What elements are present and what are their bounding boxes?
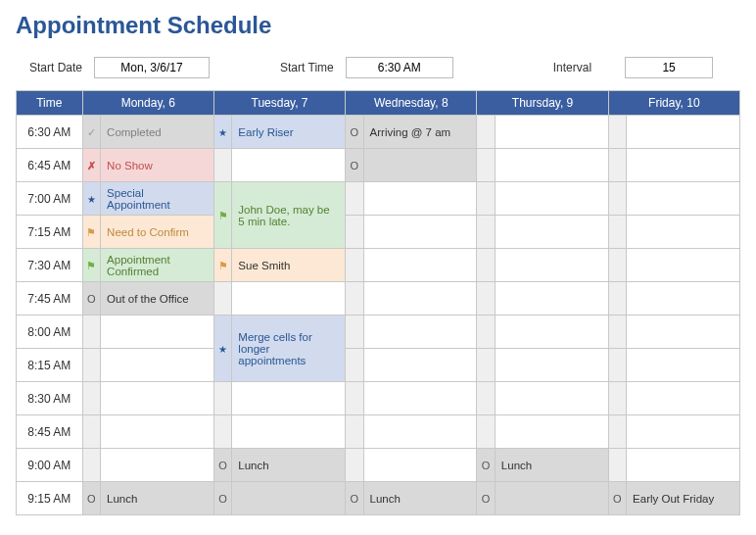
appt-cell[interactable] (495, 382, 608, 415)
appt-icon-cell (346, 349, 363, 382)
appt-cell[interactable] (627, 282, 740, 316)
appt-icon-cell (477, 349, 495, 382)
appt-cell[interactable] (495, 116, 608, 149)
start-date-input[interactable] (94, 57, 210, 78)
col-wed: Wednesday, 8 (346, 91, 477, 116)
table-row: 6:45 AMNo Show (17, 149, 740, 182)
appt-cell[interactable] (627, 116, 740, 149)
appt-cell[interactable]: Lunch (495, 449, 608, 482)
appt-cell[interactable] (101, 449, 214, 482)
appt-icon-cell (213, 182, 231, 249)
appt-cell[interactable] (627, 182, 740, 216)
interval-input[interactable] (625, 57, 713, 78)
appt-icon-cell (213, 382, 231, 415)
appt-icon-cell (608, 282, 626, 316)
start-date-label: Start Date (29, 61, 82, 74)
appt-cell[interactable]: Early Riser (232, 116, 346, 149)
appt-cell[interactable] (363, 182, 477, 216)
appt-cell[interactable] (363, 316, 477, 349)
appt-cell[interactable]: Need to Confirm (101, 216, 214, 249)
appt-cell[interactable] (627, 216, 740, 249)
appt-cell[interactable] (495, 415, 608, 449)
appt-icon-cell (477, 116, 495, 149)
appt-cell[interactable] (101, 382, 214, 415)
appt-cell[interactable] (232, 382, 346, 415)
appt-cell[interactable] (627, 349, 740, 382)
appt-cell[interactable] (363, 249, 477, 282)
appt-cell[interactable] (232, 282, 346, 316)
appt-cell[interactable] (363, 382, 477, 415)
appt-cell[interactable]: Merge cells for longer appointments (232, 316, 346, 382)
appt-icon-cell (608, 482, 626, 515)
appt-cell[interactable] (363, 415, 477, 449)
appt-icon-cell (608, 182, 626, 216)
appt-cell[interactable]: Completed (101, 116, 214, 149)
appt-cell[interactable] (627, 249, 740, 282)
appt-cell[interactable] (363, 349, 477, 382)
appt-cell[interactable]: Out of the Office (101, 282, 214, 316)
appt-icon-cell (477, 249, 495, 282)
appt-icon-cell (608, 382, 626, 415)
table-row: 6:30 AMCompletedEarly RiserArriving @ 7 … (17, 116, 740, 149)
appt-cell[interactable]: Arriving @ 7 am (363, 116, 477, 149)
appt-cell[interactable]: John Doe, may be 5 min late. (232, 182, 346, 249)
appt-cell[interactable] (232, 149, 346, 182)
start-time-input[interactable] (346, 57, 453, 78)
appt-cell[interactable] (101, 316, 214, 349)
table-row: 8:30 AM (17, 382, 740, 415)
appt-cell[interactable] (363, 282, 477, 316)
appt-icon-cell (477, 216, 495, 249)
appt-cell[interactable]: No Show (101, 149, 214, 182)
appt-icon-cell (346, 216, 363, 249)
appt-cell[interactable]: Lunch (363, 482, 477, 515)
appt-cell[interactable] (363, 149, 477, 182)
appt-icon-cell (608, 149, 626, 182)
appt-cell[interactable] (363, 449, 477, 482)
controls-row: Start Date Start Time Interval (16, 57, 740, 78)
appt-cell[interactable]: Lunch (232, 449, 346, 482)
appt-cell[interactable] (495, 349, 608, 382)
appt-cell[interactable]: Lunch (101, 482, 214, 515)
appt-icon-cell (346, 149, 363, 182)
star-icon (217, 343, 229, 355)
appt-cell[interactable]: Appointment Confirmed (101, 249, 214, 282)
appt-icon-cell (82, 449, 100, 482)
appt-cell[interactable] (495, 249, 608, 282)
appt-cell[interactable] (232, 482, 346, 515)
appt-icon-cell (213, 282, 231, 316)
table-row: 7:30 AMAppointment ConfirmedSue Smith (17, 249, 740, 282)
appt-cell[interactable] (495, 482, 608, 515)
appt-icon-cell (82, 216, 100, 249)
appt-icon-cell (608, 216, 626, 249)
appt-cell[interactable] (627, 382, 740, 415)
circle-icon (349, 493, 360, 505)
appt-cell[interactable] (495, 282, 608, 316)
appt-icon-cell (346, 316, 363, 349)
circle-icon (85, 293, 97, 305)
flag-orange-icon (85, 226, 97, 239)
appt-cell[interactable] (101, 415, 214, 449)
appt-icon-cell (477, 415, 495, 449)
appt-icon-cell (346, 482, 363, 515)
appt-cell[interactable] (495, 216, 608, 249)
appt-icon-cell (82, 182, 100, 216)
appt-cell[interactable] (101, 349, 214, 382)
appt-cell[interactable]: Special Appointment (101, 182, 214, 216)
page-title: Appointment Schedule (16, 12, 740, 39)
appt-cell[interactable] (495, 149, 608, 182)
appt-cell[interactable] (627, 149, 740, 182)
appt-cell[interactable] (495, 182, 608, 216)
appt-cell[interactable] (627, 415, 740, 449)
appt-cell[interactable] (363, 216, 477, 249)
appt-icon-cell (82, 282, 100, 316)
appt-cell[interactable] (627, 449, 740, 482)
star-icon (85, 193, 97, 205)
appt-cell[interactable]: Sue Smith (232, 249, 346, 282)
appt-cell[interactable] (495, 316, 608, 349)
appt-cell[interactable] (232, 415, 346, 449)
appt-icon-cell (477, 282, 495, 316)
appt-cell[interactable] (627, 316, 740, 349)
appt-cell[interactable]: Early Out Friday (627, 482, 740, 515)
appt-icon-cell (608, 249, 626, 282)
appt-icon-cell (82, 249, 100, 282)
